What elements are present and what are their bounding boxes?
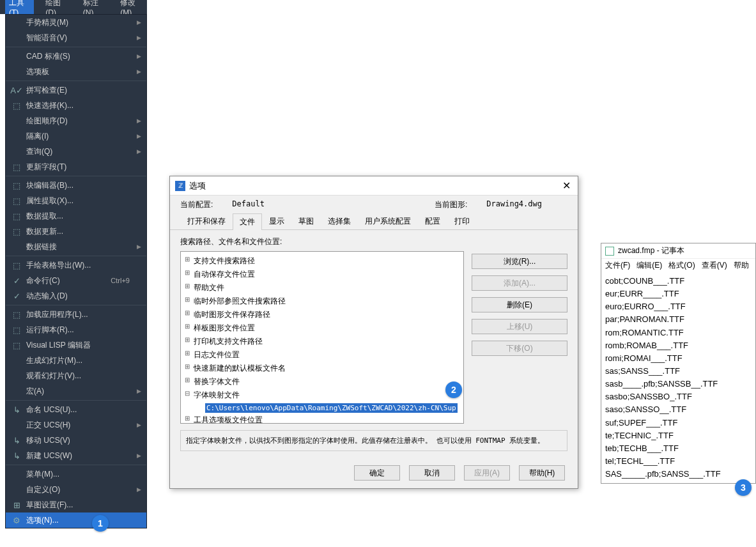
menu-item[interactable]: 自定义(O)▶: [6, 482, 146, 497]
menu-item-label: 块编辑器(B)...: [25, 180, 134, 191]
menu-item[interactable]: ⊞草图设置(F)...: [6, 497, 146, 512]
tab[interactable]: 文件: [233, 213, 262, 230]
add-button[interactable]: 添加(A)...: [472, 275, 567, 291]
menu-item[interactable]: ✓动态输入(D): [6, 288, 146, 304]
delete-button[interactable]: 删除(E): [472, 297, 567, 312]
menu-item[interactable]: ⬚属性提取(X)...: [6, 193, 146, 208]
tree-node[interactable]: 样板图形文件位置: [181, 321, 463, 335]
menu-item[interactable]: 数据链接▶: [6, 239, 146, 254]
menu-item-icon: ✓: [8, 291, 25, 301]
tab[interactable]: 打开和保存: [180, 213, 233, 229]
notepad-menu-item[interactable]: 格式(O): [668, 260, 695, 271]
menu-item[interactable]: A✓拼写检查(E): [6, 82, 146, 98]
menu-item[interactable]: ↳命名 UCS(U)...: [6, 402, 146, 417]
notepad-line: eur;EURR____.TTF: [605, 288, 752, 300]
menu-item-label: 拼写检查(E): [25, 85, 134, 96]
tree-node[interactable]: 临时外部参照文件搜索路径: [181, 295, 463, 308]
menu-item[interactable]: 隔离(I)▶: [6, 128, 146, 144]
menu-item[interactable]: 生成幻灯片(M)...: [6, 353, 146, 368]
notepad-line: par;PANROMAN.TTF: [605, 313, 752, 326]
browse-button[interactable]: 浏览(R)...: [472, 254, 567, 269]
tree-node[interactable]: 打印机支持文件路径: [181, 335, 463, 348]
tree-node[interactable]: 快速新建的默认模板文件名: [181, 362, 463, 375]
cancel-button[interactable]: 取消: [409, 465, 455, 481]
help-button[interactable]: 帮助(H): [519, 465, 565, 481]
tab[interactable]: 打印: [447, 213, 477, 229]
menu-item[interactable]: ↳移动 UCS(V): [6, 433, 146, 448]
description-box: 指定字体映射文件，以供找不到图形指定的字体时使用。此值存储在注册表中。 也可以使…: [180, 430, 567, 451]
tree-node[interactable]: 字体映射文件: [181, 389, 463, 402]
tab[interactable]: 选择集: [321, 213, 358, 229]
menu-item[interactable]: 选项板▶: [6, 64, 146, 79]
menu-item[interactable]: ⬚快速选择(K)...: [6, 98, 146, 113]
tree-node[interactable]: 日志文件位置: [181, 348, 463, 362]
menu-item-label: 数据链接: [25, 242, 134, 252]
chevron-right-icon: ▶: [134, 243, 141, 250]
tree-buttons: 浏览(R)... 添加(A)... 删除(E) 上移(U) 下移(O): [472, 251, 567, 424]
tab[interactable]: 配置: [418, 213, 447, 229]
tree-node[interactable]: 工具选项板文件位置: [181, 413, 463, 424]
menu-item-label: Visual LISP 编辑器: [25, 340, 134, 351]
menu-item-label: 数据更新...: [25, 226, 134, 237]
menu-item-icon: ⬚: [8, 196, 25, 206]
menu-item[interactable]: ⬚加载应用程序(L)...: [6, 307, 146, 322]
notepad-menubar: 文件(F)编辑(E)格式(O)查看(V)帮助: [601, 259, 755, 272]
tree-node[interactable]: 替换字体文件: [181, 375, 463, 389]
moveup-button[interactable]: 上移(U): [472, 319, 567, 334]
tab[interactable]: 用户系统配置: [358, 213, 418, 229]
tree-leaf[interactable]: C:\Users\lenovo\AppData\Roaming\ZWSoft\Z…: [181, 402, 463, 413]
close-icon[interactable]: ✕: [560, 180, 573, 192]
menu-item[interactable]: 查询(Q)▶: [6, 144, 146, 159]
notepad-line: euro;EURRO___.TTF: [605, 300, 752, 313]
file-tree[interactable]: 支持文件搜索路径自动保存文件位置帮助文件临时外部参照文件搜索路径临时图形文件保存…: [180, 251, 464, 424]
menu-item[interactable]: 绘图顺序(D)▶: [6, 113, 146, 128]
movedown-button[interactable]: 下移(O): [472, 341, 567, 356]
menu-item[interactable]: ⬚数据更新...: [6, 224, 146, 239]
tools-dropdown: 手势精灵(M)▶智能语音(V)▶CAD 标准(S)▶选项板▶A✓拼写检查(E)⬚…: [5, 14, 147, 528]
notepad-line: sasbo;SANSSBO_.TTF: [605, 390, 752, 403]
menu-item[interactable]: ⬚更新字段(T): [6, 159, 146, 174]
menu-item-label: 绘图顺序(D): [25, 116, 134, 127]
chevron-right-icon: ▶: [134, 68, 141, 75]
notepad-menu-item[interactable]: 帮助: [734, 260, 749, 271]
menu-item-label: 查询(Q): [25, 146, 134, 157]
menu-item[interactable]: ⬚手绘表格导出(W)...: [6, 258, 146, 273]
menu-item-label: 手绘表格导出(W)...: [25, 260, 134, 271]
current-drawing-label: 当前图形:: [435, 199, 467, 210]
tab[interactable]: 显示: [262, 213, 291, 229]
chevron-right-icon: ▶: [134, 35, 141, 41]
menu-item[interactable]: 正交 UCS(H)▶: [6, 417, 146, 433]
tree-node[interactable]: 帮助文件: [181, 281, 463, 295]
notepad-menu-item[interactable]: 文件(F): [605, 260, 630, 271]
tree-node[interactable]: 自动保存文件位置: [181, 268, 463, 281]
menu-item[interactable]: 宏(A)▶: [6, 383, 146, 399]
menu-item-icon: ⬚: [8, 310, 25, 320]
tree-node[interactable]: 支持文件搜索路径: [181, 254, 463, 268]
menu-item[interactable]: 观看幻灯片(V)...: [6, 368, 146, 383]
menu-item[interactable]: ↳新建 UCS(W)▶: [6, 448, 146, 463]
menu-item[interactable]: CAD 标准(S)▶: [6, 49, 146, 64]
ok-button[interactable]: 确定: [354, 465, 400, 481]
menu-item[interactable]: ⬚块编辑器(B)...: [6, 178, 146, 193]
menu-item[interactable]: ⬚运行脚本(R)...: [6, 322, 146, 337]
menu-item[interactable]: 智能语音(V)▶: [6, 30, 146, 45]
notepad-menu-item[interactable]: 查看(V): [702, 260, 727, 271]
menu-item[interactable]: ⚙选项(N)...: [6, 512, 146, 528]
menu-item-label: 菜单(M)...: [25, 469, 134, 480]
tree-node[interactable]: 临时图形文件保存路径: [181, 308, 463, 321]
notepad-menu-item[interactable]: 编辑(E): [636, 260, 662, 271]
callout-2: 2: [445, 381, 462, 398]
dialog-title: 选项: [189, 180, 560, 192]
menu-item[interactable]: 手势精灵(M)▶: [6, 15, 146, 30]
menu-item[interactable]: 菜单(M)...: [6, 466, 146, 482]
apply-button[interactable]: 应用(A): [464, 465, 510, 481]
tab[interactable]: 草图: [291, 213, 321, 229]
chevron-right-icon: ▶: [134, 53, 141, 59]
menu-item-icon: ⬚: [8, 325, 25, 335]
menu-item[interactable]: ✓命令行(C)Ctrl+9: [6, 273, 146, 288]
menu-item[interactable]: ⬚数据提取...: [6, 208, 146, 224]
notepad-line: sas;SANSS___.TTF: [605, 365, 752, 378]
notepad-content: cobt;COUNB___.TTFeur;EURR____.TTFeuro;EU…: [601, 272, 755, 483]
chevron-right-icon: ▶: [134, 19, 141, 26]
menu-item[interactable]: ⬚Visual LISP 编辑器: [6, 337, 146, 353]
